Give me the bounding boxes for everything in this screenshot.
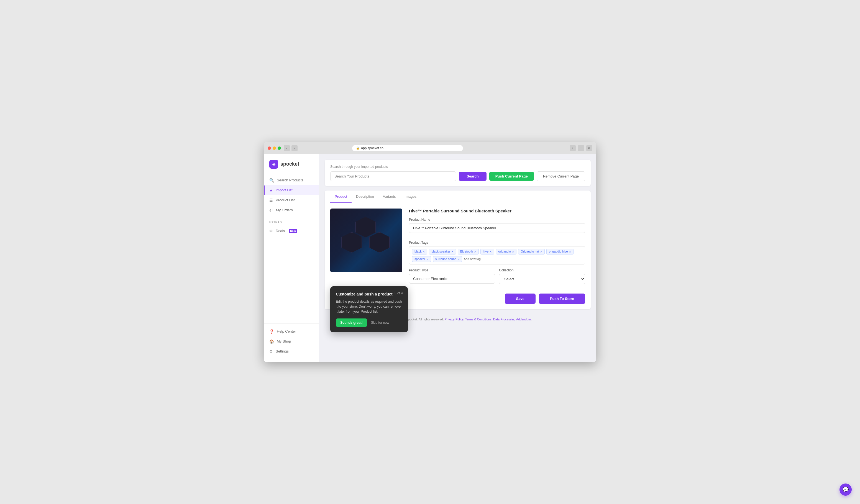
back-button[interactable]: ‹: [284, 145, 290, 151]
download-icon[interactable]: ↓: [570, 145, 576, 151]
product-image: [330, 209, 402, 272]
product-name-input[interactable]: [409, 223, 585, 233]
collection-label: Collection: [499, 268, 585, 272]
browser-actions: ↓ ↑ ⧉: [570, 145, 592, 151]
search-helper-text: Search through your imported products: [330, 165, 585, 169]
terms-link[interactable]: Terms & Conditions: [465, 317, 491, 321]
tab-product[interactable]: Product: [330, 191, 352, 203]
product-details: Hive™ Portable Surround Sound Bluetooth …: [409, 209, 585, 288]
tag-label: speaker: [415, 257, 425, 261]
tag-add-input[interactable]: [464, 257, 502, 261]
tag-remove[interactable]: ×: [512, 250, 514, 253]
search-input-wrap: [330, 172, 456, 181]
search-button[interactable]: Search: [459, 172, 486, 181]
address-bar[interactable]: 🔒 app.spocket.co: [352, 145, 463, 151]
privacy-policy-link[interactable]: Privacy Policy: [445, 317, 463, 321]
product-type-input[interactable]: [409, 274, 495, 284]
shop-icon: 🏠: [269, 339, 274, 344]
new-badge: NEW: [289, 229, 297, 233]
product-tags-label: Product Tags: [409, 241, 585, 244]
tag-item: black×: [412, 249, 427, 254]
sidebar-item-label: Product List: [276, 198, 295, 202]
tooltip-body: Edit the product details as required and…: [336, 299, 402, 314]
save-button[interactable]: Save: [505, 294, 535, 304]
chat-bubble[interactable]: 💬: [840, 484, 852, 496]
sidebar-item-label: Import List: [276, 188, 292, 192]
app-container: ◈ spocket 🔍 Search Products ★ Import Lis…: [264, 154, 596, 362]
product-card: Product Description Variants Images: [325, 191, 591, 309]
tooltip-title: Customize and push a product: [336, 292, 402, 296]
tooltip-actions: Sounds great! Skip for now: [336, 318, 402, 327]
main-content: Search through your imported products Se…: [319, 154, 596, 362]
search-toolbar-row: Search Push Current Page Remove Current …: [330, 172, 585, 181]
tab-images[interactable]: Images: [400, 191, 421, 203]
tag-remove[interactable]: ×: [457, 257, 460, 261]
product-image-graphic: [341, 217, 391, 264]
tag-remove[interactable]: ×: [452, 250, 454, 253]
close-window-button[interactable]: [268, 147, 271, 150]
product-heading: Hive™ Portable Surround Sound Bluetooth …: [409, 209, 585, 213]
tag-label: origaudio hive: [549, 250, 568, 253]
sidebar-item-label: My Shop: [277, 339, 291, 343]
hex-speaker-3: [369, 232, 390, 253]
tabs-icon[interactable]: ⧉: [586, 145, 592, 151]
push-to-store-button[interactable]: Push To Store: [539, 294, 585, 304]
remove-current-page-button[interactable]: Remove Current Page: [537, 172, 585, 181]
tag-remove[interactable]: ×: [426, 257, 429, 261]
tag-remove[interactable]: ×: [569, 250, 571, 253]
tag-item: hive×: [481, 249, 494, 254]
sidebar-item-product-list[interactable]: ☰ Product List: [264, 195, 319, 205]
tag-label: surround sound: [435, 257, 456, 261]
search-icon: 🔍: [269, 178, 274, 182]
sidebar-item-import-list[interactable]: ★ Import List: [264, 185, 319, 195]
tag-remove[interactable]: ×: [474, 250, 476, 253]
tag-label: Bluetooth: [460, 250, 473, 253]
product-name-group: Product Name: [409, 218, 585, 237]
sidebar-item-deals[interactable]: ⚙ Deals NEW: [264, 226, 319, 236]
sidebar: ◈ spocket 🔍 Search Products ★ Import Lis…: [264, 154, 319, 362]
push-current-page-button[interactable]: Push Current Page: [489, 172, 534, 181]
tag-label: black: [415, 250, 422, 253]
tooltip-counter: 3 of 4: [395, 291, 403, 295]
tag-remove[interactable]: ×: [490, 250, 492, 253]
tag-remove[interactable]: ×: [423, 250, 425, 253]
tab-variants[interactable]: Variants: [378, 191, 400, 203]
share-icon[interactable]: ↑: [578, 145, 584, 151]
tag-label: black speaker: [431, 250, 450, 253]
data-processing-link[interactable]: Data Processing Addendum: [493, 317, 531, 321]
forward-button[interactable]: ›: [291, 145, 298, 151]
search-toolbar: Search through your imported products Se…: [325, 160, 591, 186]
star-icon: ★: [269, 188, 273, 192]
search-input[interactable]: [330, 172, 456, 181]
browser-nav: ‹ ›: [284, 145, 298, 151]
sounds-great-button[interactable]: Sounds great!: [336, 318, 367, 327]
sidebar-item-my-shop[interactable]: 🏠 My Shop: [264, 337, 319, 346]
browser-toolbar: ‹ › 🔒 app.spocket.co ↓ ↑ ⧉: [264, 142, 596, 154]
product-content: 3 of 4 Customize and push a product Edit…: [325, 203, 591, 294]
extras-section-label: EXTRAS: [264, 215, 319, 226]
tag-item: Bluetooth×: [458, 249, 479, 254]
tag-item: speaker×: [412, 256, 431, 262]
maximize-window-button[interactable]: [277, 147, 281, 150]
tab-description[interactable]: Description: [352, 191, 378, 203]
sidebar-item-label: Help Center: [277, 329, 296, 333]
collection-select[interactable]: Select: [499, 274, 585, 284]
url-text: app.spocket.co: [361, 146, 384, 150]
minimize-window-button[interactable]: [273, 147, 276, 150]
sidebar-item-settings[interactable]: ⚙ Settings: [264, 346, 319, 356]
product-name-label: Product Name: [409, 218, 585, 222]
tag-remove[interactable]: ×: [540, 250, 543, 253]
sidebar-item-label: Deals: [276, 229, 285, 233]
sidebar-item-help-center[interactable]: ❓ Help Center: [264, 326, 319, 337]
sidebar-item-label: My Orders: [276, 208, 293, 212]
collection-group: Collection Select: [499, 268, 585, 284]
sidebar-bottom: ❓ Help Center 🏠 My Shop ⚙ Settings: [264, 324, 319, 356]
product-type-label: Product Type: [409, 268, 495, 272]
settings-icon: ⚙: [269, 349, 273, 354]
sidebar-item-search-products[interactable]: 🔍 Search Products: [264, 175, 319, 185]
tags-container[interactable]: black×black speaker×Bluetooth×hive×origa…: [409, 246, 585, 265]
tag-label: hive: [483, 250, 488, 253]
sidebar-item-my-orders[interactable]: 🏷 My Orders: [264, 205, 319, 215]
tag-label: Origaudio hat: [520, 250, 539, 253]
skip-button[interactable]: Skip for now: [371, 321, 389, 325]
